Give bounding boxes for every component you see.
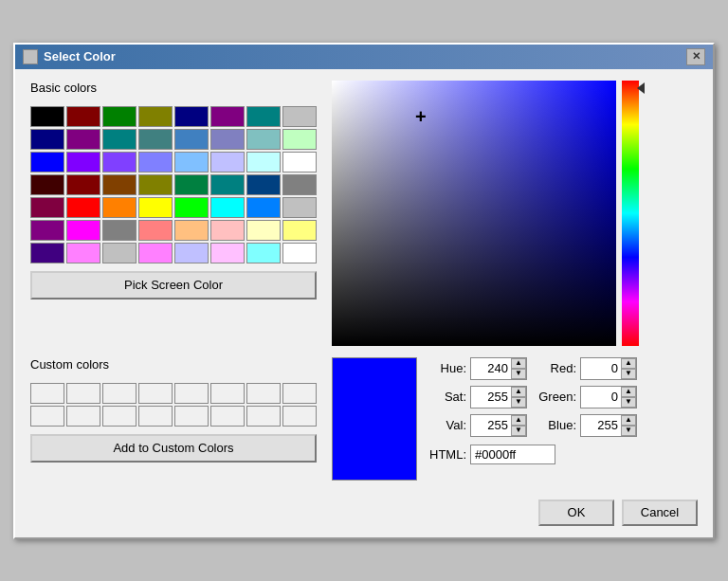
- hue-spinbox[interactable]: ▲ ▼: [470, 357, 527, 380]
- green-spin-down[interactable]: ▼: [621, 397, 636, 408]
- close-button[interactable]: ✕: [686, 48, 705, 65]
- basic-color-cell[interactable]: [138, 106, 173, 127]
- green-spinbox[interactable]: ▲ ▼: [580, 386, 637, 409]
- basic-color-cell[interactable]: [66, 174, 100, 195]
- basic-color-cell[interactable]: [30, 106, 64, 127]
- sat-spin-down[interactable]: ▼: [511, 397, 526, 408]
- red-spin-up[interactable]: ▲: [621, 358, 636, 369]
- pick-screen-button[interactable]: Pick Screen Color: [30, 271, 317, 300]
- val-spin-up[interactable]: ▲: [511, 415, 526, 426]
- basic-color-cell[interactable]: [30, 129, 64, 150]
- basic-color-cell[interactable]: [174, 174, 209, 195]
- basic-color-cell[interactable]: [30, 220, 64, 241]
- basic-color-cell[interactable]: [66, 220, 100, 241]
- basic-color-cell[interactable]: [174, 220, 209, 241]
- custom-color-cell[interactable]: [174, 383, 209, 404]
- basic-color-cell[interactable]: [138, 152, 173, 172]
- basic-color-cell[interactable]: [282, 106, 317, 127]
- custom-color-cell[interactable]: [282, 383, 317, 404]
- add-custom-button[interactable]: Add to Custom Colors: [30, 434, 317, 463]
- basic-color-cell[interactable]: [210, 174, 245, 195]
- red-spinbox[interactable]: ▲ ▼: [580, 357, 637, 380]
- custom-color-cell[interactable]: [66, 406, 100, 427]
- green-input[interactable]: [581, 387, 621, 408]
- basic-color-cell[interactable]: [246, 152, 281, 172]
- custom-color-cell[interactable]: [30, 406, 64, 427]
- red-spin-down[interactable]: ▼: [621, 369, 636, 379]
- red-input[interactable]: [581, 358, 621, 379]
- custom-color-cell[interactable]: [282, 406, 317, 427]
- hue-spin-down[interactable]: ▼: [511, 369, 526, 379]
- hue-slider-canvas[interactable]: [622, 81, 639, 346]
- val-spin-down[interactable]: ▼: [511, 426, 526, 436]
- basic-color-cell[interactable]: [210, 220, 245, 241]
- basic-color-cell[interactable]: [210, 129, 245, 150]
- basic-color-cell[interactable]: [30, 197, 64, 218]
- basic-color-cell[interactable]: [174, 106, 209, 127]
- cancel-button[interactable]: Cancel: [622, 499, 698, 526]
- sat-spin-up[interactable]: ▲: [511, 387, 526, 397]
- hue-input[interactable]: [471, 358, 511, 379]
- basic-color-cell[interactable]: [30, 174, 64, 195]
- basic-color-cell[interactable]: [210, 106, 245, 127]
- custom-color-cell[interactable]: [246, 406, 281, 427]
- green-spin-up[interactable]: ▲: [621, 387, 636, 397]
- basic-color-cell[interactable]: [30, 152, 64, 172]
- blue-spin-down[interactable]: ▼: [621, 426, 636, 436]
- basic-color-cell[interactable]: [174, 243, 209, 263]
- basic-color-cell[interactable]: [210, 197, 245, 218]
- basic-color-cell[interactable]: [246, 174, 281, 195]
- custom-color-cell[interactable]: [102, 383, 136, 404]
- sat-spinbox[interactable]: ▲ ▼: [470, 386, 527, 409]
- basic-color-cell[interactable]: [138, 129, 173, 150]
- basic-color-cell[interactable]: [246, 106, 281, 127]
- basic-color-cell[interactable]: [210, 243, 245, 263]
- basic-color-cell[interactable]: [102, 174, 136, 195]
- basic-color-cell[interactable]: [102, 129, 136, 150]
- custom-color-cell[interactable]: [174, 406, 209, 427]
- basic-color-cell[interactable]: [102, 243, 136, 263]
- basic-color-cell[interactable]: [138, 174, 173, 195]
- custom-color-cell[interactable]: [102, 406, 136, 427]
- basic-color-cell[interactable]: [174, 197, 209, 218]
- basic-color-cell[interactable]: [246, 243, 281, 263]
- basic-color-cell[interactable]: [102, 220, 136, 241]
- basic-color-cell[interactable]: [210, 152, 245, 172]
- basic-color-cell[interactable]: [138, 197, 173, 218]
- color-picker-area[interactable]: [332, 81, 616, 346]
- custom-color-cell[interactable]: [210, 383, 245, 404]
- blue-spinbox[interactable]: ▲ ▼: [580, 414, 637, 437]
- sat-input[interactable]: [471, 387, 511, 408]
- basic-color-cell[interactable]: [282, 152, 317, 172]
- hue-slider[interactable]: [622, 81, 643, 346]
- basic-color-cell[interactable]: [246, 197, 281, 218]
- basic-color-cell[interactable]: [66, 243, 100, 263]
- basic-color-cell[interactable]: [102, 106, 136, 127]
- basic-color-cell[interactable]: [66, 106, 100, 127]
- custom-color-cell[interactable]: [30, 383, 64, 404]
- custom-color-cell[interactable]: [246, 383, 281, 404]
- basic-color-cell[interactable]: [174, 152, 209, 172]
- basic-color-cell[interactable]: [30, 243, 64, 263]
- basic-color-cell[interactable]: [246, 220, 281, 241]
- ok-button[interactable]: OK: [538, 499, 614, 526]
- basic-color-cell[interactable]: [102, 197, 136, 218]
- basic-color-cell[interactable]: [138, 220, 173, 241]
- custom-color-cell[interactable]: [66, 383, 100, 404]
- hue-spin-up[interactable]: ▲: [511, 358, 526, 369]
- basic-color-cell[interactable]: [66, 129, 100, 150]
- html-input[interactable]: [470, 445, 555, 464]
- basic-color-cell[interactable]: [66, 152, 100, 172]
- blue-spin-up[interactable]: ▲: [621, 415, 636, 426]
- blue-input[interactable]: [581, 415, 621, 436]
- color-spectrum-canvas[interactable]: [332, 81, 616, 346]
- val-spinbox[interactable]: ▲ ▼: [470, 414, 527, 437]
- basic-color-cell[interactable]: [138, 243, 173, 263]
- val-input[interactable]: [471, 415, 511, 436]
- custom-color-cell[interactable]: [138, 406, 173, 427]
- basic-color-cell[interactable]: [282, 174, 317, 195]
- custom-color-cell[interactable]: [138, 383, 173, 404]
- basic-color-cell[interactable]: [282, 220, 317, 241]
- basic-color-cell[interactable]: [246, 129, 281, 150]
- basic-color-cell[interactable]: [282, 129, 317, 150]
